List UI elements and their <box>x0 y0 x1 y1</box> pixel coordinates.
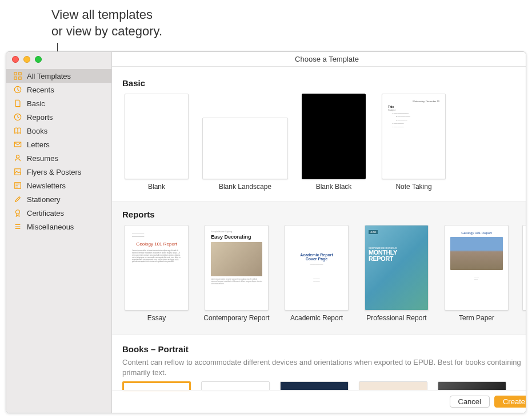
section-basic: Basic Blank Blank Landscape Blank Black <box>112 72 526 201</box>
envelope-icon <box>13 140 22 149</box>
sidebar-item-label: Resumes <box>27 154 58 163</box>
template-thumbnail: ──────────── Geology 101 Report Lorem ip… <box>125 225 189 311</box>
svg-point-10 <box>16 210 20 214</box>
sidebar-item-basic[interactable]: Basic <box>6 96 111 110</box>
template-blank[interactable]: Blank <box>122 94 191 199</box>
template-thumbnail <box>302 94 366 179</box>
template-label: Academic Report <box>290 314 343 330</box>
newspaper-icon <box>13 181 22 190</box>
zoom-window-button[interactable] <box>35 56 42 63</box>
pencil-icon <box>13 195 22 204</box>
sidebar-item-label: Books <box>27 127 47 135</box>
image-icon <box>13 167 22 176</box>
clock-icon <box>13 85 22 94</box>
sidebar: All Templates Recents Basic Reports Book… <box>6 52 112 413</box>
template-thumbnail: Simple Home Styling Easy Decorating Lore… <box>205 225 269 311</box>
template-blank-landscape[interactable]: Blank Landscape <box>202 94 288 199</box>
template-thumbnail: Wednesday, December 10 Title Subject • ─… <box>382 94 446 179</box>
template-thumbnail: Geology 101 Report ─────── <box>445 225 509 311</box>
grid-icon <box>13 71 22 80</box>
template-thumbnail <box>202 118 288 179</box>
main-pane: Choose a Template Basic Blank Blank Land… <box>112 52 526 413</box>
section-reports: Reports ──────────── Geology 101 Report … <box>112 201 526 335</box>
sidebar-item-reports[interactable]: Reports <box>6 110 111 124</box>
svg-point-7 <box>16 155 19 158</box>
create-button[interactable]: Create <box>494 396 526 408</box>
section-description: Content can reflow to accommodate differ… <box>112 357 526 379</box>
sidebar-item-miscellaneous[interactable]: Miscellaneous <box>6 220 111 233</box>
section-books-portrait: Books – Portrait Content can reflow to a… <box>112 335 526 394</box>
sidebar-item-stationery[interactable]: Stationery <box>6 192 111 206</box>
sidebar-item-certificates[interactable]: Certificates <box>6 206 111 220</box>
section-header: Books – Portrait <box>112 339 526 357</box>
template-professional-report[interactable]: JUNE SUSPENDISSE RHONCUSMONTHLYREPORT Pr… <box>362 225 431 330</box>
template-thumbnail: Academic Report Cover Page ──────── ────… <box>285 225 349 311</box>
ribbon-icon <box>13 208 22 217</box>
svg-rect-3 <box>19 77 21 79</box>
template-label: Term Paper <box>459 314 494 330</box>
sidebar-item-label: Letters <box>27 140 50 149</box>
template-essay[interactable]: ──────────── Geology 101 Report Lorem ip… <box>122 225 191 330</box>
template-scroll-area[interactable]: Basic Blank Blank Landscape Blank Black <box>112 67 526 413</box>
annotation-callout: View all templates or view by category. <box>51 7 162 39</box>
template-partial[interactable] <box>522 225 526 330</box>
minimize-window-button[interactable] <box>23 56 30 63</box>
document-icon <box>13 99 22 108</box>
sidebar-item-label: Stationery <box>27 195 61 204</box>
section-header: Reports <box>112 204 526 223</box>
sidebar-item-flyers-posters[interactable]: Flyers & Posters <box>6 165 111 179</box>
template-thumbnail <box>125 94 189 179</box>
category-list: All Templates Recents Basic Reports Book… <box>6 67 111 236</box>
svg-rect-0 <box>14 72 17 75</box>
sidebar-item-letters[interactable]: Letters <box>6 138 111 151</box>
template-label: Essay <box>147 314 166 330</box>
sidebar-item-label: Certificates <box>27 209 64 217</box>
cancel-button[interactable]: Cancel <box>450 396 490 408</box>
sidebar-item-label: Reports <box>27 113 53 122</box>
clock-icon <box>13 112 22 122</box>
template-chooser-window: All Templates Recents Basic Reports Book… <box>6 51 526 413</box>
window-controls <box>6 52 111 67</box>
template-label: Contemporary Report <box>203 314 269 330</box>
template-blank-black[interactable]: Blank Black <box>299 94 368 199</box>
sidebar-item-resumes[interactable]: Resumes <box>6 151 111 165</box>
footer: Cancel Create <box>112 390 526 413</box>
sidebar-item-books[interactable]: Books <box>6 124 111 138</box>
template-contemporary-report[interactable]: Simple Home Styling Easy Decorating Lore… <box>202 225 271 330</box>
template-label: Blank Landscape <box>219 183 271 199</box>
sidebar-item-label: Recents <box>27 86 54 94</box>
sidebar-item-newsletters[interactable]: Newsletters <box>6 179 111 192</box>
person-icon <box>13 154 22 163</box>
sidebar-item-recents[interactable]: Recents <box>6 83 111 96</box>
sidebar-item-label: All Templates <box>27 72 71 80</box>
template-thumbnail <box>522 225 526 311</box>
sidebar-item-label: Newsletters <box>27 182 66 190</box>
template-thumbnail: JUNE SUSPENDISSE RHONCUSMONTHLYREPORT <box>365 225 429 311</box>
sidebar-item-all-templates[interactable]: All Templates <box>6 69 111 83</box>
window-title: Choose a Template <box>112 52 526 67</box>
template-label: Blank Black <box>316 183 352 199</box>
template-note-taking[interactable]: Wednesday, December 10 Title Subject • ─… <box>379 94 448 199</box>
template-label: Blank <box>148 183 165 199</box>
template-label: Professional Report <box>366 314 426 330</box>
template-term-paper[interactable]: Geology 101 Report ─────── Term Paper <box>442 225 511 330</box>
sidebar-item-label: Basic <box>27 99 45 108</box>
list-icon <box>13 222 22 231</box>
svg-rect-8 <box>15 169 21 175</box>
section-header: Basic <box>112 72 526 91</box>
svg-rect-1 <box>19 72 21 75</box>
sidebar-item-label: Flyers & Posters <box>27 168 81 176</box>
template-label: Note Taking <box>395 183 431 199</box>
sidebar-item-label: Miscellaneous <box>27 223 74 231</box>
book-icon <box>13 126 22 135</box>
template-academic-report[interactable]: Academic Report Cover Page ──────── ────… <box>282 225 351 330</box>
close-window-button[interactable] <box>12 56 19 63</box>
svg-rect-2 <box>14 77 17 79</box>
